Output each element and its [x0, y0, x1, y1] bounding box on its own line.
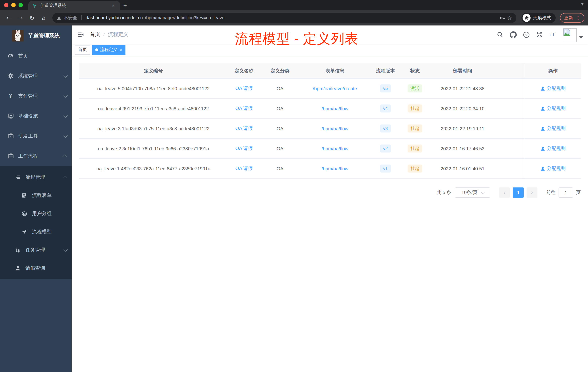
version-badge: v4	[380, 104, 391, 112]
cell-definition-category: OA	[260, 146, 300, 151]
table-row: oa_leave:1:482ec033-762a-11ec-8477-a2380…	[79, 159, 581, 179]
column-header: 表单信息	[300, 67, 370, 74]
sidebar-item-home[interactable]: 首页	[0, 46, 72, 66]
key-icon[interactable]	[499, 15, 505, 21]
cell-definition-name: OA 请假	[228, 85, 260, 92]
goto-unit: 页	[576, 189, 581, 196]
assign-rule-button[interactable]: 分配规则	[540, 125, 566, 132]
sidebar-item-pay[interactable]: ¥ 支付管理	[0, 86, 72, 106]
definition-name-link[interactable]: OA 请假	[235, 145, 252, 152]
sidebar-item-process-model[interactable]: 流程模型	[0, 223, 72, 241]
sidebar-item-user-group[interactable]: 用户分组	[0, 205, 72, 223]
url-path: /bpm/manager/definition?key=oa_leave	[145, 15, 224, 20]
column-header: 流程版本	[370, 67, 401, 74]
page-1-button[interactable]: 1	[513, 187, 524, 198]
reload-button[interactable]: ↻	[27, 13, 37, 23]
version-badge: v2	[380, 144, 391, 153]
definition-name-link[interactable]: OA 请假	[235, 85, 252, 92]
assign-rule-button[interactable]: 分配规则	[540, 105, 566, 112]
cell-process-version: v5	[370, 85, 401, 92]
sidebar-item-workflow[interactable]: 工作流程	[0, 146, 72, 166]
cell-process-version: v2	[370, 144, 401, 153]
sidebar-item-devtools[interactable]: 研发工具	[0, 126, 72, 146]
annotation-title: 流程模型 - 定义列表	[235, 30, 358, 48]
fixed-column-divider	[525, 63, 525, 179]
person-icon	[15, 265, 21, 271]
sidebar-toggle[interactable]	[72, 25, 89, 44]
tab-close-icon[interactable]: ×	[111, 3, 116, 9]
column-header: 状态	[401, 67, 429, 74]
cell-deploy-time: 2022-01-22 19:19:11	[429, 126, 496, 131]
fullscreen-icon[interactable]	[534, 29, 545, 40]
incognito-badge: 无痕模式	[521, 13, 556, 23]
definition-name-link[interactable]: OA 请假	[235, 165, 252, 172]
sidebar-item-process-form[interactable]: 流程表单	[0, 186, 72, 205]
sidebar-item-process-manage[interactable]: 流程管理	[0, 168, 72, 186]
help-icon[interactable]: ?	[521, 29, 532, 40]
definition-name-link[interactable]: OA 请假	[235, 105, 252, 112]
url-host: dashboard.yudao.iocoder.cn	[86, 15, 143, 20]
form-info-link[interactable]: /bpm/oa/flow	[321, 166, 348, 171]
tab-search-caret-icon[interactable]: ▼	[580, 2, 584, 6]
sidebar-item-infra[interactable]: 基础设施	[0, 106, 72, 126]
monitor-icon	[7, 113, 14, 119]
window-zoom-button[interactable]	[19, 3, 23, 7]
prev-page-button[interactable]: ‹	[499, 187, 510, 198]
cell-form-info: /bpm/oa/flow	[300, 126, 370, 131]
yen-icon: ¥	[7, 93, 14, 99]
tag-process-definition[interactable]: 流程定义 ×	[92, 45, 126, 55]
form-info-link[interactable]: /bpm/oa/flow	[321, 126, 348, 131]
cell-actions: 分配规则	[525, 145, 581, 152]
cell-actions: 分配规则	[525, 85, 581, 92]
update-button[interactable]: 更新 ⋮	[560, 13, 584, 22]
page-size-select[interactable]: 10条/页	[455, 187, 490, 198]
github-icon[interactable]	[508, 29, 519, 40]
browser-menu-dots-icon[interactable]: ⋮	[576, 15, 580, 20]
sidebar-item-leave-query[interactable]: 请假查询	[0, 259, 72, 277]
window-close-button[interactable]	[4, 3, 8, 7]
breadcrumb-home[interactable]: 首页	[90, 31, 100, 38]
incognito-label: 无痕模式	[533, 15, 551, 21]
cell-definition-category: OA	[260, 166, 300, 171]
cell-deploy-time: 2022-01-22 21:48:38	[429, 86, 496, 91]
chevron-down-icon	[481, 190, 485, 194]
sidebar-item-label: 首页	[18, 53, 67, 59]
sidebar-logo[interactable]: 芋道管理系统	[0, 25, 72, 46]
security-label[interactable]: 不安全	[64, 15, 77, 21]
home-button[interactable]: ⌂	[39, 13, 49, 23]
cell-definition-name: OA 请假	[228, 125, 260, 132]
window-controls	[4, 3, 23, 7]
goto-page-input[interactable]: 1	[558, 187, 573, 198]
cell-definition-category: OA	[260, 126, 300, 131]
sidebar-item-label: 系统管理	[18, 73, 64, 79]
cell-form-info: /bpm/oa/flow	[300, 106, 370, 111]
cell-actions: 分配规则	[525, 105, 581, 112]
assign-rule-button[interactable]: 分配规则	[540, 145, 566, 152]
forward-button[interactable]: →	[15, 13, 25, 23]
table-row: oa_leave:5:004b710b-7b8a-11ec-8ef0-acde4…	[79, 79, 581, 99]
tag-home[interactable]: 首页	[75, 45, 90, 55]
new-tab-button[interactable]: +	[120, 1, 130, 10]
user-menu[interactable]	[563, 27, 583, 42]
sidebar-item-system[interactable]: 系统管理	[0, 66, 72, 86]
tag-close-icon[interactable]: ×	[120, 47, 122, 52]
page-content: 定义编号定义名称定义分类表单信息流程版本状态部署时间操作 oa_leave:5:…	[72, 56, 588, 205]
form-info-link[interactable]: /bpm/oa/flow	[321, 106, 348, 111]
back-button[interactable]: ←	[4, 13, 14, 23]
column-header: 定义编号	[79, 67, 228, 74]
definition-name-link[interactable]: OA 请假	[235, 125, 252, 132]
cell-status: 挂起	[401, 104, 429, 112]
cell-definition-name: OA 请假	[228, 105, 260, 112]
assign-rule-button[interactable]: 分配规则	[540, 165, 566, 172]
window-minimize-button[interactable]	[11, 3, 16, 7]
bookmark-star-icon[interactable]: ☆	[507, 15, 512, 21]
address-bar[interactable]: 不安全 dashboard.yudao.iocoder.cn/bpm/manag…	[52, 13, 516, 23]
form-info-link[interactable]: /bpm/oa/leave/create	[313, 86, 357, 91]
assign-rule-button[interactable]: 分配规则	[540, 85, 566, 92]
font-size-icon[interactable]: TT	[547, 29, 558, 40]
next-page-button[interactable]: ›	[526, 187, 537, 198]
form-info-link[interactable]: /bpm/oa/flow	[321, 146, 348, 151]
browser-tab[interactable]: 芋道管理系统 ×	[28, 1, 120, 10]
search-icon[interactable]	[494, 29, 505, 40]
sidebar-item-task-manage[interactable]: 任务管理	[0, 241, 72, 259]
